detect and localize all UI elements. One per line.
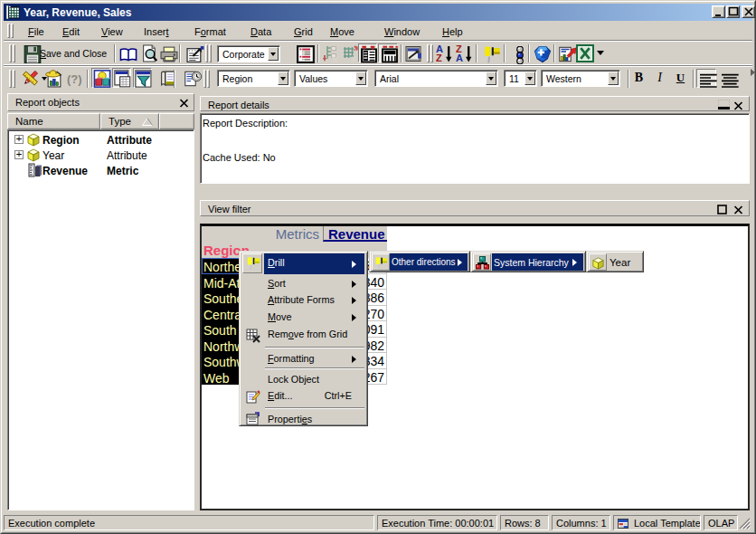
svg-text:A: A	[456, 52, 463, 62]
svg-text:Z: Z	[436, 52, 442, 62]
